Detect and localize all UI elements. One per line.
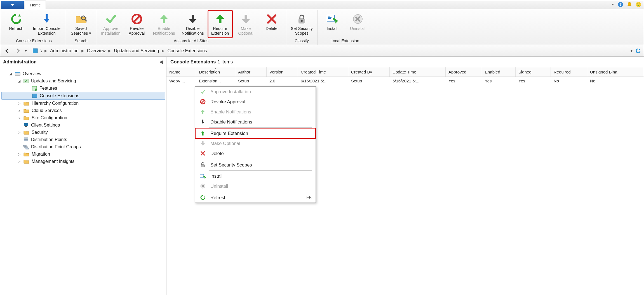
menu-install[interactable]: Install [195, 171, 316, 181]
expander-icon[interactable]: ▷ [17, 109, 21, 113]
menu-separator [209, 192, 312, 192]
revoke-approval-button[interactable]: Revoke Approval [125, 10, 149, 38]
require-extension-button[interactable]: Require Extension [208, 10, 232, 38]
ribbon-group-classify: Set Security Scopes Classify [286, 10, 318, 45]
breadcrumb-administration[interactable]: Administration [50, 48, 78, 53]
folder-search-icon [75, 13, 87, 25]
col-signed[interactable]: Signed [516, 67, 551, 77]
refresh-button[interactable]: Refresh [4, 10, 28, 38]
table-row[interactable]: WebVi... Extension... Setup 2.0 6/16/202… [166, 77, 644, 85]
col-required[interactable]: Required [551, 67, 587, 77]
expander-icon[interactable]: ◢ [17, 79, 21, 83]
tree-node-insights[interactable]: ▷Management Insights [1, 158, 165, 165]
col-approved[interactable]: Approved [446, 67, 482, 77]
collapse-ribbon-icon[interactable]: ㅅ [611, 2, 615, 7]
svg-text:?: ? [619, 2, 622, 7]
uninstall-button[interactable]: Uninstall [346, 10, 370, 38]
breadcrumb-updates[interactable]: Updates and Servicing [114, 48, 159, 53]
menu-set-security-scopes[interactable]: Set Security Scopes [195, 160, 316, 170]
tree-node-site[interactable]: ▷Site Configuration [1, 114, 165, 122]
expander-icon[interactable]: ▷ [17, 101, 21, 105]
help-icon[interactable]: ? [617, 1, 624, 8]
expander-icon[interactable]: ▷ [17, 152, 21, 156]
nav-forward-button[interactable] [14, 47, 22, 55]
svg-rect-36 [201, 165, 205, 167]
svg-point-3 [637, 4, 638, 4]
delete-button[interactable]: Delete [260, 10, 284, 38]
lock-icon [200, 162, 206, 168]
cell-approved: Yes [446, 77, 482, 85]
cell-signed: Yes [516, 77, 551, 85]
cell-version: 2.0 [267, 77, 298, 85]
col-enabled[interactable]: Enabled [482, 67, 516, 77]
set-security-scopes-button[interactable]: Set Security Scopes [288, 10, 315, 38]
menu-enable-notifications[interactable]: Enable Notifications [195, 107, 316, 117]
nav-history-dropdown[interactable]: ▼ [24, 49, 27, 53]
menu-revoke StringComparison-approval[interactable]: Revoke Approval [195, 97, 316, 107]
install-button[interactable]: Install [320, 10, 344, 38]
menu-require-extension[interactable]: Require Extension [195, 128, 316, 138]
tree-node-cloud[interactable]: ▷Cloud Services [1, 107, 165, 114]
col-version[interactable]: Version [267, 67, 298, 77]
breadcrumb-root[interactable]: \ [41, 48, 42, 53]
tree-node-migration[interactable]: ▷Migration [1, 151, 165, 158]
col-author[interactable]: Author [235, 67, 267, 77]
col-updated[interactable]: Update Time [390, 67, 446, 77]
tree-node-console-extensions[interactable]: Console Extensions [1, 92, 165, 100]
enable-notifications-button[interactable]: Enable Notifications [151, 10, 178, 38]
collapse-tree-icon[interactable]: ◀ [159, 59, 164, 64]
tree-node-updates[interactable]: ◢Updates and Servicing [1, 77, 165, 85]
disable-notifications-button[interactable]: Disable Notifications [179, 10, 206, 38]
menu-uninstall[interactable]: Uninstall [195, 181, 316, 191]
menu-refresh[interactable]: Refresh F5 [195, 192, 316, 203]
expander-icon[interactable]: ▷ [17, 116, 21, 120]
tree-pane: Administration ◀ ◢Overview ◢Updates and … [0, 57, 166, 295]
col-description[interactable]: Description [196, 67, 235, 77]
refresh-nav-icon[interactable] [635, 48, 641, 54]
col-unsigned[interactable]: Unsigned Bina [587, 67, 643, 77]
arrow-up-green-icon [158, 13, 170, 25]
expander-icon[interactable]: ▷ [17, 160, 21, 163]
breadcrumb-overview[interactable]: Overview [87, 48, 106, 53]
app-window: Home ㅅ ? Refresh Import Console Extensio… [0, 0, 644, 295]
tree-node-client[interactable]: Client Settings [1, 122, 165, 129]
install-icon [326, 13, 338, 25]
nav-back-button[interactable] [3, 47, 11, 55]
make-optional-button[interactable]: Make Optional [234, 10, 258, 38]
smiley-icon[interactable] [635, 1, 641, 8]
menu-disable-notifications[interactable]: Disable Notifications [195, 117, 316, 127]
refresh-icon [200, 195, 206, 200]
menu-refresh-shortcut: F5 [306, 195, 312, 200]
menu-delete[interactable]: Delete [195, 148, 316, 158]
menu-make-optional[interactable]: Make Optional [195, 138, 316, 148]
breadcrumb-dropdown[interactable]: ▼ [630, 49, 633, 53]
app-menu-button[interactable] [1, 1, 24, 9]
tab-home[interactable]: Home [25, 1, 46, 9]
col-name[interactable]: Name [166, 67, 196, 77]
expander-icon[interactable]: ▷ [17, 130, 21, 134]
updates-icon [23, 78, 29, 84]
svg-rect-29 [23, 145, 26, 146]
approve-installation-button[interactable]: Approve Installation [98, 10, 123, 38]
tree-node-security[interactable]: ▷Security [1, 129, 165, 136]
menu-approve-installation[interactable]: Approve Installation [195, 87, 316, 97]
col-createdby[interactable]: Created By [348, 67, 390, 77]
workspace-icon [32, 48, 38, 54]
arrow-down-gray-icon [200, 141, 206, 146]
prohibit-icon [131, 13, 143, 25]
x-icon [266, 13, 278, 25]
content-area: Administration ◀ ◢Overview ◢Updates and … [0, 57, 644, 295]
menu-separator [209, 170, 312, 171]
bell-icon[interactable] [626, 1, 633, 8]
expander-icon[interactable]: ◢ [9, 72, 13, 76]
tree-node-features[interactable]: +Features [1, 85, 165, 92]
tree-node-hierarchy[interactable]: ▷Hierarchy Configuration [1, 100, 165, 107]
tree-node-overview[interactable]: ◢Overview [1, 70, 165, 77]
breadcrumb-console-extensions[interactable]: Console Extensions [167, 48, 207, 53]
svg-point-12 [301, 20, 303, 22]
col-created[interactable]: Created Time [298, 67, 348, 77]
saved-searches-button[interactable]: Saved Searches ▾ [68, 10, 94, 38]
import-console-extension-button[interactable]: Import Console Extension [30, 10, 64, 38]
tree-node-dist-groups[interactable]: Distribution Point Groups [1, 143, 165, 151]
tree-node-dist-points[interactable]: Distribution Points [1, 136, 165, 143]
